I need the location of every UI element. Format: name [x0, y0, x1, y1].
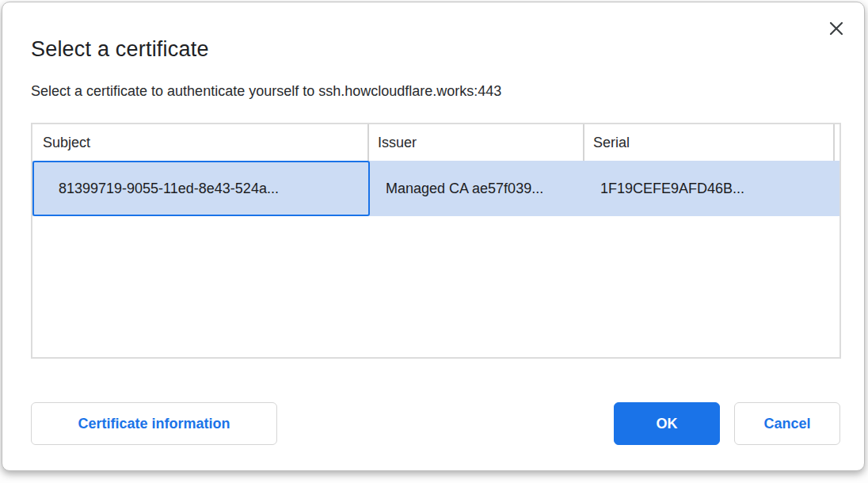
column-header-gutter	[835, 124, 839, 161]
certificate-table: Subject Issuer Serial 81399719-9055-11ed…	[31, 123, 841, 359]
select-certificate-dialog: Select a certificate Select a certificat…	[2, 2, 865, 471]
column-header-subject[interactable]: Subject	[32, 124, 369, 161]
certificate-row[interactable]: 81399719-9055-11ed-8e43-524a... Managed …	[32, 161, 839, 216]
certificate-serial-cell[interactable]: 1F19CEFE9AFD46B...	[584, 161, 839, 216]
dialog-title: Select a certificate	[31, 37, 209, 62]
certificate-subject-cell[interactable]: 81399719-9055-11ed-8e43-524a...	[32, 161, 370, 216]
dialog-subtitle: Select a certificate to authenticate you…	[31, 83, 501, 100]
certificate-issuer-cell[interactable]: Managed CA ae57f039...	[370, 161, 584, 216]
close-icon	[828, 21, 844, 36]
certificate-information-button[interactable]: Certificate information	[31, 402, 277, 445]
column-header-issuer[interactable]: Issuer	[369, 124, 584, 161]
ok-button[interactable]: OK	[614, 402, 720, 445]
cancel-button[interactable]: Cancel	[734, 402, 840, 445]
close-button[interactable]	[823, 15, 850, 42]
table-header-row: Subject Issuer Serial	[32, 124, 839, 161]
column-header-serial[interactable]: Serial	[584, 124, 835, 161]
